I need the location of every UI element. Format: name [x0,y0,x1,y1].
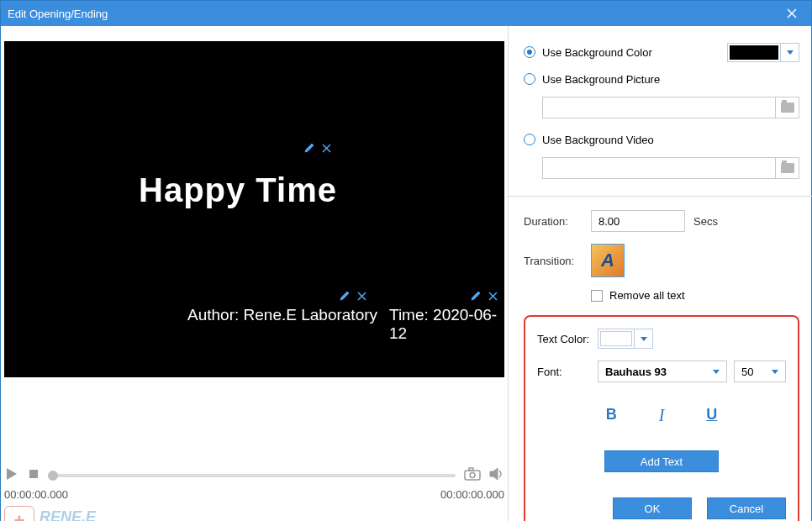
bg-video-label: Use Background Video [542,134,654,146]
overlay-text-main[interactable]: Happy Time [139,171,337,209]
close-icon[interactable] [322,144,331,153]
left-pane: Happy Time Author: Rene.E Laboratory Tim… [1,26,509,521]
folder-icon [781,103,794,113]
font-row: Font: Bauhaus 93 50 [537,360,786,382]
bold-button[interactable]: B [606,406,617,425]
bg-video-path-input[interactable] [542,157,776,179]
svg-marker-13 [490,468,498,480]
stop-button[interactable] [28,468,40,482]
text-color-row: Text Color: [537,329,786,349]
font-name-value: Bauhaus 93 [605,366,667,378]
close-button[interactable] [779,1,804,26]
svg-rect-9 [29,470,38,478]
chevron-down-icon [787,50,794,55]
svg-marker-8 [7,468,17,480]
bg-picture-browse-button[interactable] [776,97,799,118]
snapshot-button[interactable] [464,467,481,483]
speaker-icon [489,467,504,481]
bg-video-option[interactable]: Use Background Video [524,130,799,149]
chevron-down-icon [772,370,778,374]
duration-label: Duration: [524,215,591,228]
remove-all-text-label: Remove all text [609,289,685,302]
radio-icon[interactable] [524,73,535,85]
duration-input[interactable] [591,210,685,232]
text-style-row: B I U [537,406,786,425]
font-label: Font: [537,366,593,378]
chevron-down-icon [713,370,720,374]
svg-point-11 [470,473,475,478]
watermark: + RENE.E Laboratory [4,506,96,521]
duration-unit: Secs [693,215,718,228]
watermark-brand: RENE.E [40,511,96,522]
camera-icon [464,467,481,481]
divider [509,196,812,197]
video-preview[interactable]: Happy Time Author: Rene.E Laboratory Tim… [4,41,504,377]
overlay-controls-time [470,290,498,302]
ok-button[interactable]: OK [613,497,692,519]
overlay-controls-main [303,142,331,154]
bg-picture-option[interactable]: Use Background Picture [524,70,799,88]
add-text-button[interactable]: Add Text [604,450,719,472]
svg-rect-12 [469,468,473,471]
text-color-label: Text Color: [537,333,593,345]
dialog-window: Edit Opening/Ending Happy Time Author: R… [0,0,812,521]
radio-icon[interactable] [524,134,535,145]
bg-color-picker[interactable] [727,43,799,62]
transport-bar [4,466,504,484]
font-select[interactable]: Bauhaus 93 [598,360,727,382]
italic-button[interactable]: I [659,406,665,425]
close-icon [787,8,797,18]
text-color-swatch [600,331,632,346]
font-size-value: 50 [741,366,753,378]
cancel-button[interactable]: Cancel [707,497,786,519]
watermark-badge-icon: + [4,506,34,521]
time-current: 00:00:00.000 [4,488,68,501]
font-size-select[interactable]: 50 [734,360,786,382]
transition-thumbnail[interactable]: A [591,244,625,277]
transition-row: Transition: A [524,244,799,277]
close-icon[interactable] [488,292,498,301]
overlay-text-time[interactable]: Time: 2020-06-12 [389,306,504,343]
bg-video-path-row [542,157,799,179]
pencil-icon[interactable] [470,290,482,302]
underline-button[interactable]: U [706,406,717,425]
seek-slider[interactable] [48,474,456,477]
window-title: Edit Opening/Ending [8,8,779,20]
seek-knob[interactable] [48,471,58,481]
bg-picture-label: Use Background Picture [542,73,660,86]
pencil-icon[interactable] [339,290,351,302]
checkbox-icon[interactable] [591,290,603,302]
preview-controls-area: 00:00:00.000 00:00:00.000 + RENE.E Labor… [1,377,508,521]
right-pane: Use Background Color Use Background Pict… [509,26,811,521]
svg-rect-10 [465,471,480,480]
bg-color-swatch [730,45,778,60]
overlay-controls-author [339,290,366,302]
duration-row: Duration: Secs [524,210,799,232]
transition-label: Transition: [524,255,591,267]
dialog-body: Happy Time Author: Rene.E Laboratory Tim… [1,26,811,521]
close-icon[interactable] [357,292,366,301]
time-readout-row: 00:00:00.000 00:00:00.000 [4,488,504,501]
bg-video-browse-button[interactable] [776,157,799,179]
bg-color-label: Use Background Color [542,46,652,59]
pencil-icon[interactable] [303,142,315,154]
overlay-text-author[interactable]: Author: Rene.E Laboratory [187,306,377,324]
time-total: 00:00:00.000 [440,488,504,501]
text-settings-panel: Text Color: Font: Bauhaus 93 50 [524,315,799,521]
bg-picture-path-row [542,97,799,118]
remove-all-text-row[interactable]: Remove all text [591,289,799,302]
play-button[interactable] [4,466,19,484]
play-icon [4,466,19,482]
bg-picture-path-input[interactable] [542,97,776,118]
bg-color-dropdown[interactable] [780,44,799,61]
text-color-picker[interactable] [598,329,653,349]
folder-icon [781,163,794,173]
volume-button[interactable] [489,467,504,483]
titlebar: Edit Opening/Ending [1,1,811,26]
dialog-button-row: OK Cancel [537,497,786,519]
stop-icon [28,468,40,480]
radio-icon[interactable] [524,46,535,58]
text-color-dropdown[interactable] [634,329,652,348]
bg-color-option[interactable]: Use Background Color [524,43,799,61]
chevron-down-icon [641,337,647,341]
